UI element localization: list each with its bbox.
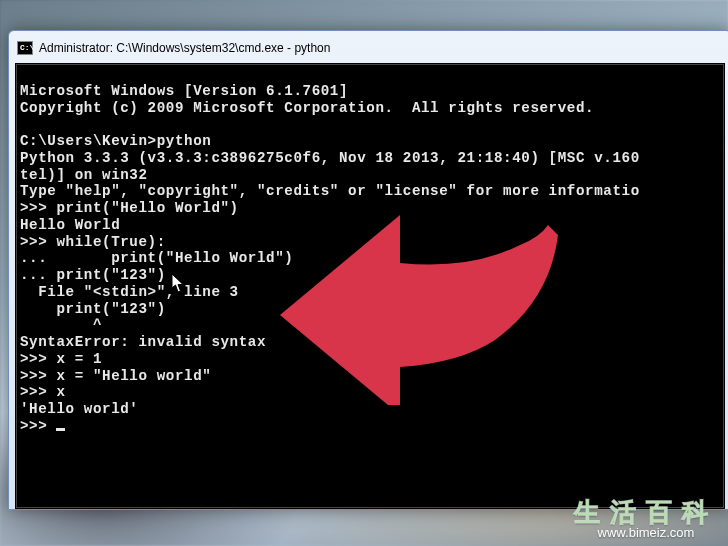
watermark-url: www.bimeiz.com <box>574 526 718 540</box>
terminal-cursor <box>56 428 65 431</box>
terminal-line: >>> x <box>20 384 66 400</box>
terminal-line: File "<stdin>", line 3 <box>20 284 239 300</box>
terminal-line: print("123") <box>20 301 166 317</box>
window-title: Administrator: C:\Windows\system32\cmd.e… <box>39 41 330 55</box>
terminal-line: >>> x = "Hello world" <box>20 368 211 384</box>
terminal-line: >>> print("Hello World") <box>20 200 239 216</box>
terminal-line: >>> x = 1 <box>20 351 102 367</box>
cmd-icon: C:\ <box>17 41 33 55</box>
terminal-output[interactable]: Microsoft Windows [Version 6.1.7601] Cop… <box>15 63 725 509</box>
terminal-line: Python 3.3.3 (v3.3.3:c3896275c0f6, Nov 1… <box>20 150 640 166</box>
terminal-line: ... print("Hello World") <box>20 250 293 266</box>
terminal-line: Type "help", "copyright", "credits" or "… <box>20 183 640 199</box>
terminal-line: Copyright (c) 2009 Microsoft Corporation… <box>20 100 594 116</box>
terminal-line: Microsoft Windows [Version 6.1.7601] <box>20 83 348 99</box>
titlebar[interactable]: C:\ Administrator: C:\Windows\system32\c… <box>15 37 725 63</box>
terminal-line: ^ <box>20 317 102 333</box>
terminal-line: >>> while(True): <box>20 234 166 250</box>
terminal-line: SyntaxError: invalid syntax <box>20 334 266 350</box>
terminal-line: C:\Users\Kevin>python <box>20 133 211 149</box>
watermark: 生活百科 www.bimeiz.com <box>574 499 718 540</box>
cmd-window: C:\ Administrator: C:\Windows\system32\c… <box>8 30 728 510</box>
terminal-line: 'Hello world' <box>20 401 138 417</box>
terminal-line: tel)] on win32 <box>20 167 148 183</box>
terminal-line: >>> <box>20 418 56 434</box>
watermark-text: 生活百科 <box>574 499 718 528</box>
terminal-line: Hello World <box>20 217 120 233</box>
terminal-line: ... print("123") <box>20 267 166 283</box>
